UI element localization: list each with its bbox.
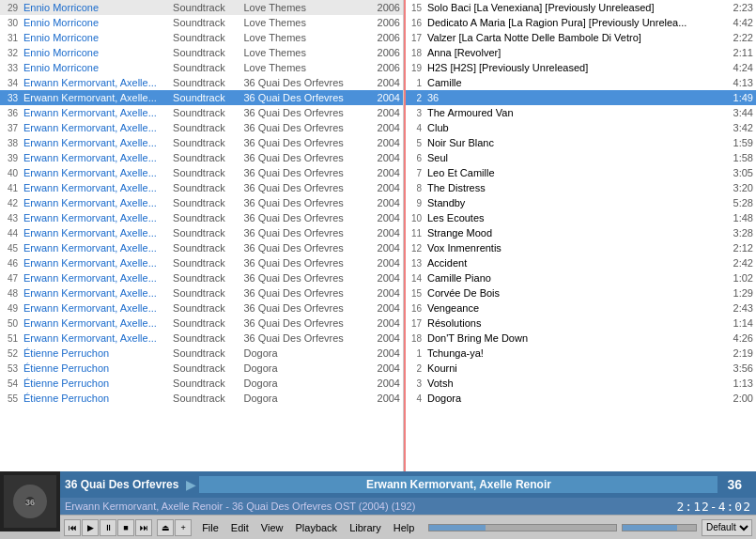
right-track-row[interactable]: 18 Anna [Revolver] 2:11: [406, 45, 756, 60]
stop-button[interactable]: ■: [117, 519, 134, 536]
file-menu[interactable]: File: [196, 520, 224, 535]
add-button[interactable]: +: [175, 519, 192, 536]
right-track-row[interactable]: 5 Noir Sur Blanc 1:59: [406, 135, 756, 150]
right-track-row[interactable]: 18 Don'T Bring Me Down 4:26: [406, 331, 756, 346]
right-track-row[interactable]: 1 Tchunga-ya! 2:19: [406, 346, 756, 361]
right-track-title: Kourni: [424, 361, 723, 376]
left-track-row[interactable]: 54 Étienne Perruchon Soundtrack Dogora 2…: [0, 376, 403, 391]
open-button[interactable]: ⏏: [157, 519, 174, 536]
right-track-num: 4: [406, 120, 424, 135]
left-track-row[interactable]: 51 Erwann Kermorvant, Axelle... Soundtra…: [0, 331, 403, 346]
library-menu[interactable]: Library: [344, 520, 387, 535]
left-track-row[interactable]: 43 Erwann Kermorvant, Axelle... Soundtra…: [0, 210, 403, 225]
right-track-row[interactable]: 1 Camille 4:13: [406, 75, 756, 90]
next-button[interactable]: ⏭: [135, 519, 152, 536]
left-track-row[interactable]: 44 Erwann Kermorvant, Axelle... Soundtra…: [0, 225, 403, 240]
help-menu[interactable]: Help: [388, 520, 421, 535]
pause-button[interactable]: ⏸: [100, 519, 116, 536]
track-album: 36 Quai Des Orfevres: [241, 225, 371, 240]
right-track-title: Camille: [424, 75, 723, 90]
right-track-row[interactable]: 3 The Armoured Van 3:44: [406, 105, 756, 120]
left-track-row[interactable]: 40 Erwann Kermorvant, Axelle... Soundtra…: [0, 165, 403, 180]
left-track-row[interactable]: 53 Étienne Perruchon Soundtrack Dogora 2…: [0, 361, 403, 376]
left-track-row[interactable]: 37 Erwann Kermorvant, Axelle... Soundtra…: [0, 120, 403, 135]
right-track-row[interactable]: 4 Club 3:42: [406, 120, 756, 135]
now-playing-info: 36 Quai Des Orfevres ▶ Erwann Kermorvant…: [60, 471, 756, 539]
right-track-duration: 2:22: [723, 30, 756, 45]
right-track-row[interactable]: 11 Strange Mood 3:28: [406, 225, 756, 240]
right-track-num: 5: [406, 135, 424, 150]
left-track-row[interactable]: 29 Ennio Morricone Soundtrack Love Theme…: [0, 0, 403, 15]
track-year: 2004: [370, 300, 403, 316]
right-track-row[interactable]: 9 Standby 5:28: [406, 195, 756, 210]
left-track-row[interactable]: 31 Ennio Morricone Soundtrack Love Theme…: [0, 30, 403, 45]
edit-menu[interactable]: Edit: [225, 520, 255, 535]
right-panel[interactable]: 15 Solo Baci [La Venexiana] [Previously …: [406, 0, 756, 471]
volume-bar[interactable]: [622, 524, 697, 531]
track-num: 52: [0, 346, 21, 361]
left-track-row[interactable]: 46 Erwann Kermorvant, Axelle... Soundtra…: [0, 255, 403, 270]
left-track-row[interactable]: 42 Erwann Kermorvant, Axelle... Soundtra…: [0, 195, 403, 210]
left-track-row[interactable]: 47 Erwann Kermorvant, Axelle... Soundtra…: [0, 270, 403, 285]
track-artist: Erwann Kermorvant, Axelle...: [21, 255, 170, 270]
right-track-row[interactable]: 2 Kourni 3:56: [406, 361, 756, 376]
track-artist: Erwann Kermorvant, Axelle...: [21, 285, 170, 300]
left-track-row[interactable]: 33 Erwann Kermorvant, Axelle... Soundtra…: [0, 90, 403, 105]
left-track-row[interactable]: 45 Erwann Kermorvant, Axelle... Soundtra…: [0, 240, 403, 255]
right-track-title: Tchunga-ya!: [424, 346, 723, 361]
left-track-row[interactable]: 52 Étienne Perruchon Soundtrack Dogora 2…: [0, 346, 403, 361]
track-genre: Soundtrack: [170, 195, 240, 210]
right-track-row[interactable]: 7 Leo Et Camille 3:05: [406, 165, 756, 180]
left-track-row[interactable]: 34 Erwann Kermorvant, Axelle... Soundtra…: [0, 75, 403, 90]
right-track-row[interactable]: 13 Accident 2:42: [406, 255, 756, 270]
right-track-row[interactable]: 8 The Distress 3:20: [406, 180, 756, 195]
output-select[interactable]: Default: [702, 519, 752, 536]
right-track-row[interactable]: 10 Les Ecoutes 1:48: [406, 210, 756, 225]
right-track-num: 1: [406, 75, 424, 90]
left-track-row[interactable]: 49 Erwann Kermorvant, Axelle... Soundtra…: [0, 300, 403, 316]
track-year: 2004: [370, 346, 403, 361]
track-artist: Erwann Kermorvant, Axelle...: [21, 90, 170, 105]
left-track-row[interactable]: 55 Étienne Perruchon Soundtrack Dogora 2…: [0, 391, 403, 406]
time-sep: -: [710, 500, 718, 514]
right-track-row[interactable]: 3 Votsh 1:13: [406, 376, 756, 391]
right-track-row[interactable]: 6 Seul 1:58: [406, 150, 756, 165]
left-track-row[interactable]: 33 Ennio Morricone Soundtrack Love Theme…: [0, 60, 403, 75]
left-track-row[interactable]: 41 Erwann Kermorvant, Axelle... Soundtra…: [0, 180, 403, 195]
right-track-title: Accident: [424, 255, 723, 270]
track-year: 2004: [370, 376, 403, 391]
left-track-row[interactable]: 32 Ennio Morricone Soundtrack Love Theme…: [0, 45, 403, 60]
right-track-row[interactable]: 4 Dogora 2:00: [406, 391, 756, 406]
playback-menu[interactable]: Playback: [289, 520, 343, 535]
right-track-num: 17: [406, 316, 424, 331]
left-track-row[interactable]: 30 Ennio Morricone Soundtrack Love Theme…: [0, 15, 403, 30]
left-track-row[interactable]: 48 Erwann Kermorvant, Axelle... Soundtra…: [0, 285, 403, 300]
left-track-row[interactable]: 38 Erwann Kermorvant, Axelle... Soundtra…: [0, 135, 403, 150]
right-track-row[interactable]: 16 Vengeance 2:43: [406, 300, 756, 316]
right-track-num: 8: [406, 180, 424, 195]
right-track-title: Solo Baci [La Venexiana] [Previously Unr…: [424, 0, 723, 15]
track-album: Love Themes: [241, 0, 371, 15]
right-track-row[interactable]: 19 H2S [H2S] [Previously Unreleased] 4:2…: [406, 60, 756, 75]
view-menu[interactable]: View: [255, 520, 289, 535]
right-track-num: 18: [406, 331, 424, 346]
prev-button[interactable]: ⏮: [64, 519, 81, 536]
track-num: 29: [0, 0, 21, 15]
right-track-row[interactable]: 17 Résolutions 1:14: [406, 316, 756, 331]
right-track-row[interactable]: 12 Vox Inmenrentis 2:12: [406, 240, 756, 255]
right-track-duration: 3:44: [723, 105, 756, 120]
right-track-row[interactable]: 14 Camille Piano 1:02: [406, 270, 756, 285]
track-num: 42: [0, 195, 21, 210]
left-track-row[interactable]: 36 Erwann Kermorvant, Axelle... Soundtra…: [0, 105, 403, 120]
right-track-row[interactable]: 17 Valzer [La Carta Notte Delle Bambole …: [406, 30, 756, 45]
right-track-row[interactable]: 15 Corvée De Bois 1:29: [406, 285, 756, 300]
left-track-row[interactable]: 39 Erwann Kermorvant, Axelle... Soundtra…: [0, 150, 403, 165]
left-panel[interactable]: 29 Ennio Morricone Soundtrack Love Theme…: [0, 0, 404, 471]
right-track-row[interactable]: 2 36 1:49: [406, 90, 756, 105]
right-track-row[interactable]: 15 Solo Baci [La Venexiana] [Previously …: [406, 0, 756, 15]
progress-bar[interactable]: [428, 524, 617, 531]
track-album: 36 Quai Des Orfevres: [241, 316, 371, 331]
play-button[interactable]: ▶: [82, 519, 99, 536]
left-track-row[interactable]: 50 Erwann Kermorvant, Axelle... Soundtra…: [0, 316, 403, 331]
right-track-row[interactable]: 16 Dedicato A Maria [La Ragion Pura] [Pr…: [406, 15, 756, 30]
